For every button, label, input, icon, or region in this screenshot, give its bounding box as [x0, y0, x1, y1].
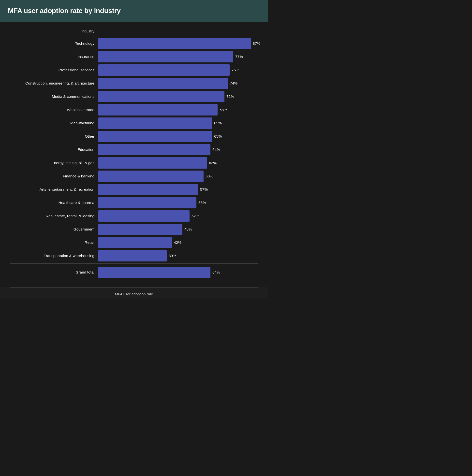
bar-value: 65%: [214, 134, 222, 139]
chart-title: MFA user adoption rate by industry: [8, 7, 260, 15]
table-row: Technology87%: [10, 37, 258, 50]
column-header-label: Industry: [10, 29, 98, 33]
bar: [98, 224, 182, 235]
bar-wrapper: 39%: [98, 250, 258, 261]
grand-total-row: Grand total 64%: [10, 265, 258, 280]
bar-value: 65%: [214, 121, 222, 125]
chart-body: Industry Technology87%Insurance77%Profes…: [0, 22, 268, 287]
bar-wrapper: 72%: [98, 91, 258, 102]
bar-value: 57%: [200, 187, 208, 192]
row-label: Construction, engineering, & architectur…: [10, 81, 98, 86]
table-row: Other65%: [10, 130, 258, 143]
row-label: Education: [10, 147, 98, 152]
bar-wrapper: 65%: [98, 118, 258, 129]
row-label: Government: [10, 227, 98, 232]
grand-total-value: 64%: [212, 270, 220, 274]
table-row: Real estate, rental, & leasing52%: [10, 209, 258, 223]
bar: [98, 250, 167, 261]
bar: [98, 144, 210, 155]
bar-wrapper: 42%: [98, 237, 258, 248]
bar: [98, 78, 228, 89]
row-label: Technology: [10, 41, 98, 46]
bar: [98, 131, 212, 142]
grand-total-label: Grand total: [10, 270, 98, 274]
table-row: Insurance77%: [10, 50, 258, 63]
column-header-row: Industry: [10, 27, 258, 36]
table-row: Manufacturing65%: [10, 117, 258, 130]
bar-wrapper: 74%: [98, 78, 258, 89]
row-label: Retail: [10, 240, 98, 245]
table-row: Energy, mining, oil, & gas62%: [10, 156, 258, 170]
bar-value: 64%: [212, 147, 220, 152]
bar-value: 77%: [235, 54, 243, 59]
bar-value: 75%: [232, 68, 239, 72]
bar-value: 74%: [230, 81, 237, 85]
row-label: Insurance: [10, 54, 98, 59]
x-axis-label: MFA user adoption rate: [10, 288, 258, 299]
bar-value: 60%: [206, 174, 213, 178]
rows-container: Technology87%Insurance77%Professional se…: [10, 37, 258, 262]
bar-wrapper: 60%: [98, 170, 258, 182]
row-label: Finance & banking: [10, 174, 98, 179]
chart-footer: MFA user adoption rate: [10, 287, 258, 299]
bar-value: 72%: [227, 94, 234, 99]
bar-wrapper: 48%: [98, 224, 258, 235]
grand-total-bar-wrapper: 64%: [98, 267, 258, 278]
bar: [98, 210, 190, 222]
table-row: Government48%: [10, 223, 258, 236]
bar: [98, 91, 225, 102]
bar-wrapper: 75%: [98, 64, 258, 76]
table-row: Arts, entertainment, & recreation57%: [10, 183, 258, 196]
row-label: Energy, mining, oil, & gas: [10, 160, 98, 165]
bar: [98, 237, 172, 248]
table-row: Media & communications72%: [10, 90, 258, 103]
bar-value: 42%: [174, 240, 181, 245]
table-row: Education64%: [10, 143, 258, 156]
bar-wrapper: 56%: [98, 197, 258, 208]
bar-wrapper: 87%: [98, 38, 260, 49]
row-label: Healthcare & pharma: [10, 200, 98, 205]
bar-wrapper: 77%: [98, 51, 258, 62]
chart-container: MFA user adoption rate by industry Indus…: [0, 0, 268, 299]
bar-wrapper: 65%: [98, 131, 258, 142]
table-row: Healthcare & pharma56%: [10, 196, 258, 209]
row-label: Wholesale trade: [10, 107, 98, 112]
bar-value: 62%: [209, 161, 217, 165]
bar: [98, 38, 251, 49]
row-label: Transportation & warehousing: [10, 253, 98, 258]
row-label: Arts, entertainment, & recreation: [10, 187, 98, 192]
bar-value: 52%: [192, 214, 199, 218]
grand-total-bar: [98, 267, 210, 278]
bar-wrapper: 62%: [98, 157, 258, 169]
bar-value: 56%: [198, 201, 206, 205]
bar: [98, 184, 198, 195]
row-label: Other: [10, 134, 98, 139]
bar: [98, 197, 196, 208]
bar-value: 39%: [169, 254, 176, 258]
table-row: Professional services75%: [10, 63, 258, 77]
bar-wrapper: 57%: [98, 184, 258, 195]
row-label: Media & communications: [10, 94, 98, 99]
bar-value: 48%: [184, 227, 192, 232]
row-label: Manufacturing: [10, 121, 98, 126]
bar-value: 68%: [220, 108, 227, 112]
bar-value: 87%: [253, 41, 260, 46]
table-row: Wholesale trade68%: [10, 103, 258, 117]
bar: [98, 64, 230, 76]
table-row: Retail42%: [10, 236, 258, 249]
table-row: Construction, engineering, & architectur…: [10, 77, 258, 90]
divider-grand-total: [10, 263, 258, 264]
chart-header: MFA user adoption rate by industry: [0, 0, 268, 22]
bar: [98, 118, 212, 129]
table-row: Transportation & warehousing39%: [10, 249, 258, 262]
bar-wrapper: 52%: [98, 210, 258, 222]
table-row: Finance & banking60%: [10, 170, 258, 183]
row-label: Professional services: [10, 68, 98, 72]
bar: [98, 51, 233, 62]
row-label: Real estate, rental, & leasing: [10, 214, 98, 219]
bar-wrapper: 68%: [98, 104, 258, 116]
bar: [98, 157, 207, 169]
bar-wrapper: 64%: [98, 144, 258, 155]
bar: [98, 104, 218, 116]
bar: [98, 170, 204, 182]
